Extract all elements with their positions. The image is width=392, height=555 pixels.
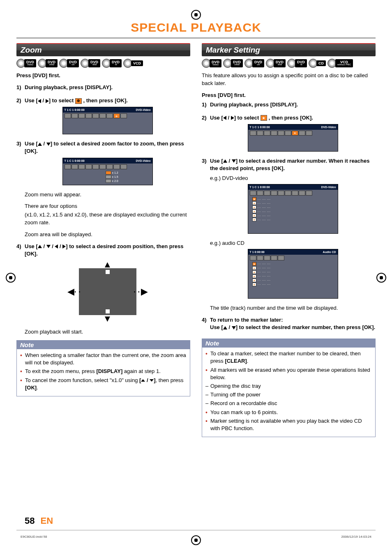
disc-badge: DVDVideo — [16, 59, 36, 68]
divider — [16, 530, 376, 530]
disc-badge: VCDwithout PBC — [327, 59, 353, 68]
note-box-zoom: Note When selecting a smaller factor tha… — [16, 340, 190, 396]
disc-badge: DVD+R — [244, 59, 264, 68]
disc-label: DVD-RW — [88, 59, 100, 67]
disc-label: DVD+RW — [46, 59, 58, 67]
note-item: To cancel the zoom function, select "x1.… — [20, 377, 187, 391]
osd-display-marker-1: T 1 C 1 0:00:00DVD-Video ★ — [248, 124, 338, 152]
disc-label: DVD-R — [110, 59, 122, 67]
press-dvd-first: Press [DVD] first. — [16, 72, 190, 80]
note-item: To clear a marker, select the marker num… — [205, 350, 372, 365]
note-item: When selecting a smaller factor than the… — [20, 352, 187, 366]
disc-badge: DVD+RW — [38, 59, 58, 68]
zoom-icon: ⊕ — [75, 98, 82, 104]
step-3: 3) Use [ / ] to select a desired marker … — [202, 157, 376, 172]
step-2: 2) Use [ / ] to select ★ , then press [O… — [202, 114, 376, 122]
section-heading-zoom: Zoom — [16, 43, 190, 56]
arrow-down-icon: ▼ — [103, 313, 112, 324]
print-mark-icon — [6, 273, 16, 283]
step-1: 1) During playback, press [DISPLAY]. — [202, 101, 376, 108]
marker-intro: This feature allows you to assign a spec… — [202, 72, 376, 88]
disc-label: DVD+R — [67, 59, 79, 67]
note-item: You can mark up to 6 points. — [205, 409, 372, 416]
note-item: To exit the zoom menu, press [DISPLAY] a… — [20, 368, 187, 375]
marker-icon: ★ — [261, 115, 267, 121]
disc-label: DVD+R — [252, 59, 264, 67]
print-mark-icon — [376, 273, 386, 283]
zoom-start-text: Zoom playback will start. — [25, 328, 190, 336]
disc-label: DVDVideo — [24, 59, 36, 67]
note-item: Marker setting is not available when you… — [205, 417, 372, 432]
note-subitem: Record on a recordable disc — [205, 400, 372, 407]
disc-label: VCDwithout PBC — [335, 59, 353, 67]
arrow-right-icon: ▶ — [141, 286, 148, 297]
zoom-options-text: There are four options — [25, 203, 190, 210]
disc-compat-row: DVDVideoDVD+RWDVD+RDVD-RWDVD-RVCD — [16, 59, 190, 68]
disc-label: CD — [316, 60, 326, 66]
disc-badge: DVDVideo — [202, 59, 221, 68]
zoom-area-text: Zoom area will be displayed. — [25, 231, 190, 239]
note-subitem: Opening the disc tray — [205, 382, 372, 390]
arrow-left-icon: ◀ — [67, 286, 74, 297]
note-item: All markers will be erased when you oper… — [205, 366, 372, 381]
manual-page: SPECIAL PLAYBACK Zoom DVDVideoDVD+RWDVD+… — [0, 0, 392, 555]
step-1: 1) During playback, press [DISPLAY]. — [16, 84, 190, 91]
note-subitem: Turning off the power — [205, 391, 372, 398]
osd-display-2: T 1 C 1 0:00:00DVD-Video x 1.2 x 1.5 x 2… — [62, 158, 153, 185]
step-4: 4) To return to the marker later: Use [ … — [202, 316, 376, 331]
footer-meta: E9C80UD.indd 582006/12/19 14:03:24 — [21, 535, 371, 539]
print-mark-icon — [191, 10, 201, 20]
disc-badge: CD — [309, 59, 326, 68]
step-4: 4) Use [ / / / ] to select a desired zoo… — [16, 243, 190, 258]
step-3: 3) Use [ / ] to select a desired zoom fa… — [16, 140, 190, 155]
arrow-up-icon: ▲ — [103, 259, 112, 270]
page-number: 58EN — [25, 516, 53, 526]
marker-column: Marker Setting DVDVideoDVD+RWDVD+RDVD-RW… — [202, 43, 376, 437]
note-box-marker: Note To clear a marker, select the marke… — [202, 339, 376, 437]
section-heading-marker: Marker Setting — [202, 43, 376, 56]
step-2: 2) Use [ / ] to select ⊕ , then press [O… — [16, 97, 190, 104]
disc-badge: DVD-R — [102, 59, 122, 68]
disc-badge: DVD-RW — [266, 59, 286, 68]
zoom-column: Zoom DVDVideoDVD+RWDVD+RDVD-RWDVD-RVCD P… — [16, 43, 190, 437]
zoom-icon: ⊕ — [113, 113, 120, 118]
track-note: The title (track) number and the time wi… — [210, 304, 376, 312]
marker-icon: ★ — [292, 131, 298, 136]
disc-label: DVD+RW — [231, 59, 243, 67]
disc-label: DVD-R — [295, 59, 307, 67]
disc-label: VCD — [131, 60, 143, 66]
disc-label: DVDVideo — [210, 59, 221, 67]
zoom-menu-text: Zoom menu will appear. — [25, 191, 190, 199]
osd-display-marker-cd: T 1 0:00:00Audio CD ★--- --- --- ★--- --… — [248, 249, 338, 299]
disc-label: DVD-RW — [274, 59, 286, 67]
note-heading: Note — [17, 341, 190, 349]
disc-badge: DVD+RW — [223, 59, 243, 68]
disc-badge: DVD-R — [287, 59, 307, 68]
disc-badge: DVD-RW — [81, 59, 100, 68]
eg-dvd: e.g.) DVD-video — [210, 175, 376, 182]
note-heading: Note — [202, 339, 375, 348]
zoom-list-text: (x1.0, x1.2, x1.5 and x2.0), these are d… — [25, 211, 190, 227]
eg-cd: e.g.) audio CD — [210, 240, 376, 247]
page-title: SPECIAL PLAYBACK — [16, 21, 376, 35]
press-dvd-first: Press [DVD] first. — [202, 92, 376, 99]
disc-badge: VCD — [123, 59, 143, 68]
divider — [16, 38, 376, 38]
osd-display-1: T 1 C 1 0:00:00DVD-Video ⊕ — [62, 107, 153, 134]
osd-display-marker-dvd: T 1 C 1 0:00:00DVD-Video ★--- --- --- ★-… — [248, 184, 338, 234]
disc-badge: DVD+R — [59, 59, 79, 68]
zoom-position-diagram: ▲ ▼ ◀ ▶ • • • • — [67, 261, 149, 322]
disc-compat-row: DVDVideoDVD+RWDVD+RDVD-RWDVD-RCDVCDwitho… — [202, 59, 376, 68]
